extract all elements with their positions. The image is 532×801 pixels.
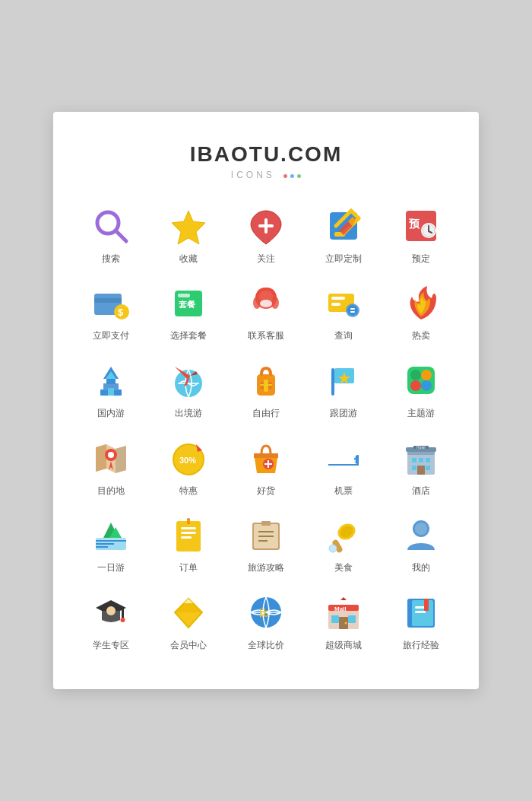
svg-text:30%: 30% xyxy=(179,456,196,465)
svg-rect-90 xyxy=(181,536,192,539)
icon-free: 自由行 xyxy=(231,358,301,420)
icon-search: 搜索 xyxy=(76,203,146,265)
icon-hotel: Hotel 酒店 xyxy=(386,435,456,497)
svg-point-52 xyxy=(421,370,432,380)
svg-rect-77 xyxy=(412,466,416,470)
icon-hotel-label: 酒店 xyxy=(412,485,430,497)
icon-query-label: 查询 xyxy=(334,330,353,342)
svg-rect-116 xyxy=(348,615,356,623)
icon-theme-label: 主题游 xyxy=(407,408,435,420)
icon-service-label: 联系客服 xyxy=(248,330,284,342)
svg-point-104 xyxy=(415,523,427,535)
icon-supermall-label: 超级商城 xyxy=(325,640,362,652)
icon-group-label: 跟团游 xyxy=(330,408,357,420)
icon-favorite: 收藏 xyxy=(154,203,223,265)
icon-guide-label: 旅游攻略 xyxy=(248,562,284,574)
svg-rect-28 xyxy=(331,297,345,300)
icon-goods: 好货 xyxy=(231,435,301,497)
header: IBAOTU.COM ICONS xyxy=(76,142,456,180)
svg-rect-26 xyxy=(260,300,272,307)
icon-food-label: 美食 xyxy=(334,562,353,574)
svg-rect-68 xyxy=(351,459,356,462)
svg-rect-36 xyxy=(106,379,116,384)
icon-daytrip: 一日游 xyxy=(76,512,146,574)
icon-globalprice: 比 全球比价 xyxy=(231,590,301,652)
icon-mine-label: 我的 xyxy=(412,562,430,574)
icon-order: 订单 xyxy=(154,512,223,574)
icon-goods-label: 好货 xyxy=(257,485,275,497)
svg-rect-50 xyxy=(407,367,435,394)
svg-rect-32 xyxy=(350,308,355,310)
icon-package-label: 选择套餐 xyxy=(170,330,207,342)
card: IBAOTU.COM ICONS 搜索 xyxy=(53,112,479,690)
icon-follow-label: 关注 xyxy=(257,253,275,265)
icon-customize: 立即定制 xyxy=(309,203,378,265)
icon-ticket-label: 机票 xyxy=(334,485,353,497)
icon-destination: 目的地 xyxy=(76,435,146,497)
icon-favorite-label: 收藏 xyxy=(179,253,198,265)
icon-guide: 旅游攻略 xyxy=(231,512,301,574)
icon-order-label: 订单 xyxy=(179,562,198,574)
svg-rect-106 xyxy=(122,608,124,618)
svg-point-53 xyxy=(410,380,421,391)
svg-point-51 xyxy=(410,370,421,380)
svg-point-102 xyxy=(329,545,337,552)
header-dots xyxy=(283,174,301,178)
svg-rect-89 xyxy=(181,532,196,534)
svg-text:Mall: Mall xyxy=(334,606,347,612)
icon-follow: 关注 xyxy=(231,203,301,265)
svg-rect-46 xyxy=(260,384,272,386)
icon-theme: 主题游 xyxy=(386,358,456,420)
icon-free-label: 自由行 xyxy=(252,408,280,420)
svg-point-118 xyxy=(345,621,347,624)
icon-hot-label: 热卖 xyxy=(412,330,430,342)
svg-rect-22 xyxy=(178,294,190,297)
icon-customize-label: 立即定制 xyxy=(325,253,362,265)
svg-rect-33 xyxy=(350,311,355,313)
icon-hot: 热卖 xyxy=(386,280,456,342)
icon-destination-label: 目的地 xyxy=(97,485,125,497)
header-subtitle: ICONS xyxy=(76,170,456,180)
svg-point-31 xyxy=(347,305,358,316)
svg-rect-47 xyxy=(331,368,334,396)
svg-rect-75 xyxy=(419,458,423,462)
svg-rect-76 xyxy=(426,458,430,462)
svg-text:$: $ xyxy=(118,307,124,318)
svg-point-59 xyxy=(108,452,114,458)
icon-daytrip-label: 一日游 xyxy=(97,562,125,574)
svg-rect-123 xyxy=(415,611,426,613)
icon-group: 跟团游 xyxy=(309,358,378,420)
icon-pay: $ 立即支付 xyxy=(76,280,146,342)
icons-grid: 搜索 收藏 关注 xyxy=(76,203,456,652)
icon-domestic: 国内游 xyxy=(76,358,146,420)
icon-package: 套餐 选择套餐 xyxy=(154,280,223,342)
svg-marker-119 xyxy=(340,597,347,600)
icon-search-label: 搜索 xyxy=(102,253,120,265)
svg-text:预: 预 xyxy=(409,218,420,230)
icon-student-label: 学生专区 xyxy=(93,640,129,652)
svg-point-54 xyxy=(421,380,432,391)
svg-marker-57 xyxy=(116,446,126,473)
svg-rect-29 xyxy=(331,303,340,306)
dot1 xyxy=(283,174,287,178)
icon-booking: 预 预定 xyxy=(386,203,456,265)
icon-booking-label: 预定 xyxy=(412,253,430,265)
svg-rect-74 xyxy=(412,458,416,462)
icon-supermall: Mall 超级商城 xyxy=(309,590,378,652)
svg-text:套餐: 套餐 xyxy=(179,300,196,309)
svg-text:比: 比 xyxy=(259,608,268,618)
dot2 xyxy=(290,174,294,178)
icon-domestic-label: 国内游 xyxy=(97,408,125,420)
icon-member-label: 会员中心 xyxy=(170,640,207,652)
svg-marker-2 xyxy=(172,211,205,244)
icon-food: 美食 xyxy=(309,512,378,574)
svg-rect-39 xyxy=(108,388,114,396)
svg-rect-79 xyxy=(417,466,425,475)
icon-member: 会员中心 xyxy=(154,590,223,652)
icon-special-label: 特惠 xyxy=(179,485,198,497)
svg-rect-115 xyxy=(331,615,339,623)
icon-travelexp: 旅行经验 xyxy=(386,590,456,652)
icon-query: 查询 xyxy=(309,280,378,342)
svg-point-108 xyxy=(106,606,116,615)
icon-special: 30% 特惠 xyxy=(154,435,223,497)
